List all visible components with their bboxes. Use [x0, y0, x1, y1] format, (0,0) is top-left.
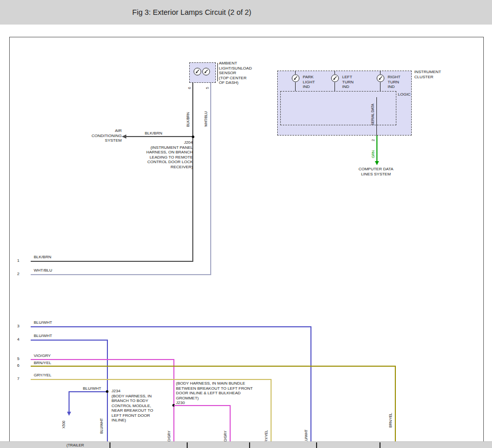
wire-label-wht-blu: WHT/BLU: [204, 103, 208, 127]
wire-blk-brn-branch: [126, 136, 193, 137]
junction-dot: [192, 136, 194, 138]
logic-box: [280, 91, 396, 125]
serial-data-line: [376, 97, 377, 136]
next-figure-mark: [379, 442, 381, 448]
indicator-lamp-icon: [331, 74, 339, 82]
computer-data-lines-label: COMPUTER DATA LINES SYSTEM: [350, 167, 401, 176]
wire-label-blk-brn: BLK/BRN: [186, 103, 190, 127]
next-figure-mark: [249, 442, 250, 448]
lamp-stub: [380, 82, 381, 91]
wire-gry-yel-pin7-vertical: [271, 379, 272, 448]
wire-blu-wht-x500-drop: [69, 391, 70, 413]
wire-label: GRY/YEL: [34, 373, 52, 378]
instrument-cluster-label: INSTRUMENT CLUSTER: [414, 70, 441, 79]
junction-dot: [106, 390, 108, 393]
indicator-lamp-icon: [292, 74, 300, 82]
photo-sensor-icon: [193, 68, 202, 76]
serial-data-label: SERIAL DATA: [371, 97, 375, 125]
logic-label: LOGIC: [398, 92, 411, 97]
sensor-pin-6: 6: [188, 84, 192, 89]
wire-label: VIO/GRY: [34, 353, 51, 359]
wire-label-gry-yel: GRY/YEL: [264, 414, 269, 445]
wire-vio-gry-j230-branch: [174, 405, 231, 406]
wire-label: BLU/WHT: [34, 320, 52, 325]
pin-number-4: 4: [12, 337, 19, 342]
lamp-stub: [334, 82, 335, 91]
j204-note: J204 (INSTRUMENT PANEL HARNESS, ON BRANC…: [120, 140, 193, 169]
next-figure-mark: [316, 442, 317, 448]
wire-brn-yel-pin6: [31, 366, 396, 367]
ambient-sensor-label: AMBIENT LIGHT/SUNLOAD SENSOR (TOP CENTER…: [219, 61, 252, 85]
indicator-lamp-icon: [376, 74, 385, 82]
wire-gry-yel-pin7: [31, 379, 272, 380]
wire-label-blu-wht: BLU/WHT: [304, 414, 308, 445]
j234-branch-wire-label: BLU/WHT: [83, 386, 101, 391]
photo-sensor-icon: [202, 68, 210, 76]
pin-number-5: 5: [12, 356, 19, 362]
pin-number-3: 3: [12, 324, 19, 329]
wire-label: BLK/BRN: [34, 255, 51, 260]
next-figure-mark: [187, 442, 188, 448]
lamp-stub: [295, 82, 296, 91]
pin-number-7: 7: [12, 376, 19, 382]
wiring-diagram-page: Fig 3: Exterior Lamps Circuit (2 of 2) A…: [0, 0, 492, 448]
figure-title: Fig 3: Exterior Lamps Circuit (2 of 2): [132, 8, 252, 16]
wire-wht-blu-pin2: [31, 274, 211, 275]
pin-number-2: 2: [12, 272, 19, 277]
wire-label-blu-wht: BLU/WHT: [100, 407, 104, 434]
next-figure-text-fragment: (TRAILER: [66, 443, 84, 447]
wire-blu-wht-j234-branch: [69, 391, 108, 392]
wire-label: BRN/YEL: [34, 361, 51, 366]
wire-label-vio-gry: VIO/GRY: [223, 414, 228, 445]
wire-vio-gry-pin5: [31, 359, 174, 360]
park-light-ind-label: PARK LIGHT IND: [303, 75, 315, 89]
wire-label-vio-gry: VIO/GRY: [167, 414, 171, 445]
left-turn-ind-label: LEFT TURN IND: [342, 75, 353, 89]
wire-blu-wht-pin3: [31, 326, 311, 327]
wire-label-brn-yel: BRN/YEL: [389, 399, 393, 428]
wire-wht-blu-vertical: [210, 83, 211, 275]
figure-title-bar: Fig 3: Exterior Lamps Circuit (2 of 2): [0, 0, 492, 25]
wire-blu-wht-pin3-vertical: [310, 326, 311, 448]
j230-note: (BODY HARNESS, IN MAIN BUNDLE BETWEEN BR…: [176, 381, 253, 400]
wire-label: WHT/BLU: [34, 268, 52, 273]
ac-system-label: AIR CONDITIONING SYSTEM: [72, 128, 122, 143]
cluster-pin-2: 2: [371, 136, 375, 141]
next-figure-mark: [109, 442, 110, 448]
wire-blk-brn-vertical: [192, 83, 193, 261]
wire-blk-brn-pin1: [31, 261, 193, 262]
j234-note: J234 (BODY HARNESS, IN BRANCH TO BODY CO…: [111, 389, 153, 423]
label-bracket: [217, 63, 218, 81]
wire-brn-yel-pin6-vertical: [395, 366, 396, 448]
pin-number-1: 1: [12, 258, 19, 263]
wire-label: BLU/WHT: [34, 333, 52, 339]
connector-x500-label: X500: [62, 414, 66, 429]
wire-label-grn: GRN: [371, 146, 375, 158]
wire-grn-vertical: [376, 136, 377, 162]
wire-blu-wht-pin4-vertical: [107, 340, 108, 448]
right-turn-ind-label: RIGHT TURN IND: [388, 75, 400, 89]
arrowhead-down-icon: [375, 161, 379, 165]
arrowhead-down-icon: [67, 412, 71, 416]
branch-wire-label: BLK/BRN: [145, 131, 162, 136]
wire-vio-gry-pin5-vertical: [173, 359, 174, 448]
pin-number-6: 6: [12, 363, 19, 368]
wire-blu-wht-pin4: [31, 340, 108, 341]
sensor-pin-5: 5: [206, 84, 210, 89]
